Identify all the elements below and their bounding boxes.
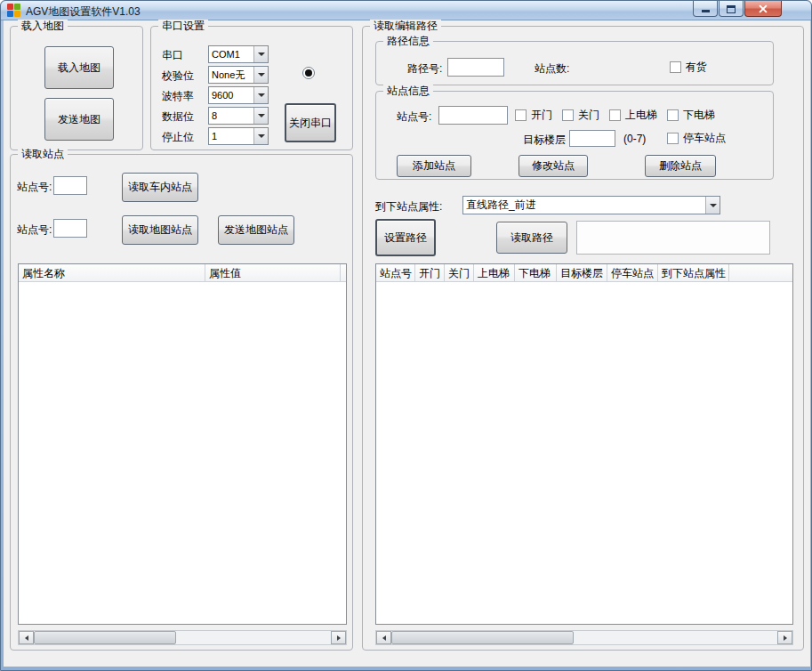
target-floor-input[interactable]	[569, 130, 615, 147]
station-no-label-2: 站点号:	[17, 222, 52, 238]
set-path-button[interactable]: 设置路径	[375, 219, 436, 256]
property-table[interactable]: 属性名称 属性值	[18, 263, 347, 625]
scroll-left-button[interactable]	[19, 631, 34, 644]
group-title: 路径信息	[383, 35, 433, 48]
send-map-button[interactable]: 发送地图	[44, 98, 114, 141]
databits-combo[interactable]: 8	[208, 107, 269, 125]
horizontal-scrollbar[interactable]	[18, 630, 347, 645]
chevron-down-icon[interactable]	[253, 128, 268, 144]
cargo-checkbox[interactable]: 有货	[670, 61, 707, 73]
maximize-icon	[727, 5, 736, 13]
app-icon-part	[14, 11, 20, 17]
next-station-attr-combo[interactable]: 直线路径_前进	[462, 196, 720, 214]
down-elevator-checkbox[interactable]: 下电梯	[667, 109, 715, 121]
read-vehicle-station-button[interactable]: 读取车内站点	[122, 173, 198, 202]
titlebar[interactable]: AGV地图设置软件V1.03	[1, 1, 811, 20]
chevron-down-icon[interactable]	[253, 46, 268, 62]
chevron-down-icon[interactable]	[253, 108, 268, 124]
checkbox-label: 关门	[578, 108, 599, 123]
table-body[interactable]	[376, 282, 792, 624]
table-header-row: 站点号 开门 关门 上电梯 下电梯 目标楼层 停车站点 到下站点属性	[376, 264, 792, 282]
stopbits-combo[interactable]: 1	[208, 127, 269, 145]
app-icon-part	[7, 4, 13, 10]
scroll-right-icon	[784, 635, 787, 641]
serial-status-radio[interactable]	[302, 67, 315, 79]
checkbox-icon	[515, 109, 527, 121]
chevron-down-icon[interactable]	[253, 87, 268, 103]
close-serial-button[interactable]: 关闭串口	[285, 103, 336, 142]
scroll-right-button[interactable]	[331, 631, 346, 644]
scroll-right-icon	[337, 635, 341, 641]
scroll-right-button[interactable]	[777, 631, 792, 644]
group-title: 读取编辑路径	[370, 20, 441, 33]
station-no-input-2[interactable]	[53, 219, 87, 238]
checkbox-label: 上电梯	[625, 108, 657, 123]
up-elevator-checkbox[interactable]: 上电梯	[609, 109, 657, 121]
station-no-input-1[interactable]	[53, 176, 87, 195]
group-title: 站点信息	[383, 85, 433, 98]
column-header-close-door[interactable]: 关门	[445, 264, 474, 282]
checkbox-label: 有货	[686, 60, 707, 75]
chevron-down-icon[interactable]	[253, 67, 268, 83]
databits-label: 数据位	[162, 109, 194, 125]
path-no-input[interactable]	[447, 58, 504, 77]
column-header-station-no[interactable]: 站点号	[376, 264, 415, 282]
path-edit-group: 读取编辑路径 路径信息 路径号: 站点数: 有货 站点信息 站点号: 开门 关门	[362, 26, 804, 651]
modify-station-button[interactable]: 修改站点	[519, 155, 588, 177]
table-body[interactable]	[19, 282, 346, 624]
load-map-button[interactable]: 载入地图	[44, 46, 114, 89]
scrollbar-thumb[interactable]	[34, 631, 176, 644]
minimize-button[interactable]	[693, 1, 718, 17]
column-header-property-value[interactable]: 属性值	[205, 264, 341, 282]
read-path-button[interactable]: 读取路径	[496, 222, 567, 254]
scroll-left-button[interactable]	[376, 631, 391, 644]
horizontal-scrollbar[interactable]	[375, 630, 793, 645]
next-attr-label: 到下站点属性:	[375, 199, 442, 214]
column-header-filler	[341, 264, 347, 282]
station-route-table[interactable]: 站点号 开门 关门 上电梯 下电梯 目标楼层 停车站点 到下站点属性	[375, 263, 793, 625]
chevron-down-icon[interactable]	[705, 197, 720, 214]
column-header-property-name[interactable]: 属性名称	[19, 264, 205, 282]
column-header-next-attr[interactable]: 到下站点属性	[658, 264, 729, 282]
checkbox-label: 开门	[531, 108, 552, 123]
load-map-group: 载入地图 载入地图 发送地图	[10, 26, 143, 150]
close-button[interactable]	[744, 1, 782, 17]
window-title: AGV地图设置软件V1.03	[26, 4, 141, 20]
close-door-checkbox[interactable]: 关门	[562, 109, 599, 121]
group-title: 串口设置	[158, 20, 208, 33]
column-header-target-floor[interactable]: 目标楼层	[557, 264, 607, 282]
checkbox-icon	[562, 109, 574, 121]
delete-station-button[interactable]: 删除站点	[645, 155, 716, 177]
column-header-down-elevator[interactable]: 下电梯	[515, 264, 557, 282]
station-count-label: 站点数:	[535, 61, 569, 77]
target-floor-label: 目标楼层	[523, 133, 566, 148]
app-icon[interactable]	[7, 4, 21, 18]
read-map-station-button[interactable]: 读取地图站点	[122, 215, 198, 245]
parity-combo[interactable]: None无	[208, 66, 269, 84]
stopbits-label: 停止位	[162, 130, 194, 145]
column-header-up-elevator[interactable]: 上电梯	[474, 264, 515, 282]
baudrate-combo[interactable]: 9600	[208, 86, 269, 104]
app-icon-part	[7, 11, 13, 17]
station-no-input[interactable]	[438, 106, 508, 125]
column-header-open-door[interactable]: 开门	[415, 264, 445, 282]
path-result-box[interactable]	[576, 221, 770, 255]
open-door-checkbox[interactable]: 开门	[515, 109, 552, 121]
park-station-checkbox[interactable]: 停车站点	[667, 132, 726, 144]
serial-settings-group: 串口设置 串口 COM1 校验位 None无 波特率 9600 数据位 8 停止…	[150, 26, 353, 150]
path-info-group: 路径信息 路径号: 站点数: 有货	[375, 41, 774, 85]
baudrate-label: 波特率	[162, 89, 194, 104]
checkbox-label: 下电梯	[683, 108, 715, 123]
column-header-park-station[interactable]: 停车站点	[607, 264, 658, 282]
parity-label: 校验位	[162, 69, 194, 84]
add-station-button[interactable]: 添加站点	[397, 155, 471, 177]
serial-port-combo[interactable]: COM1	[208, 45, 269, 63]
checkbox-icon	[670, 61, 681, 73]
maximize-button[interactable]	[719, 1, 744, 17]
read-station-group: 读取站点 站点号: 读取车内站点 站点号: 读取地图站点 发送地图站点 属性名称…	[10, 154, 353, 651]
scrollbar-thumb[interactable]	[391, 631, 574, 644]
send-map-station-button[interactable]: 发送地图站点	[218, 215, 294, 245]
minimize-icon	[702, 10, 710, 12]
table-header-row: 属性名称 属性值	[19, 264, 346, 282]
path-no-label: 路径号:	[407, 61, 442, 77]
